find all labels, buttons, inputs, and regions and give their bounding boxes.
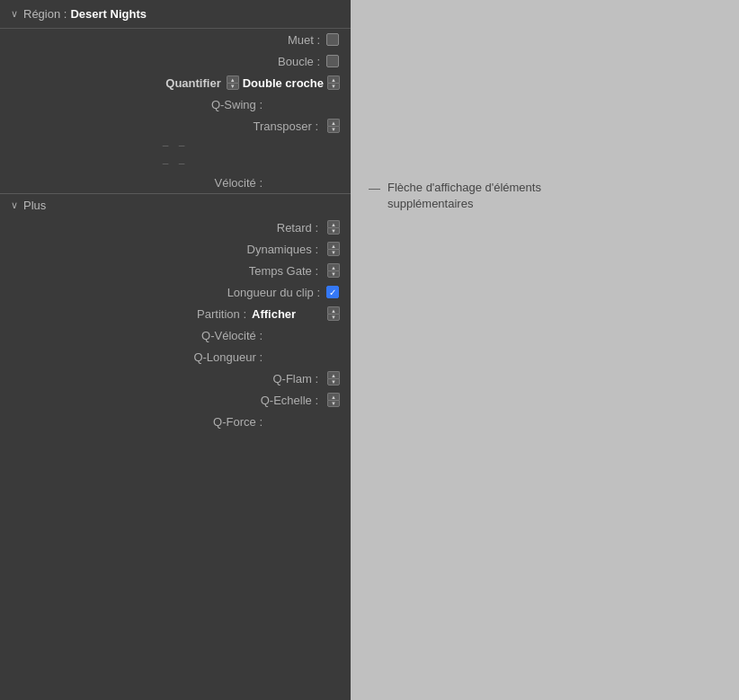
qforce-label: Q-Force : bbox=[11, 415, 268, 429]
qlongueur-label: Q-Longueur : bbox=[11, 350, 268, 364]
retard-up-btn[interactable]: ▲ bbox=[327, 220, 340, 227]
quantifier-up-btn[interactable]: ▲ bbox=[227, 75, 239, 83]
partition-value: Afficher bbox=[252, 307, 324, 321]
qechelle-down-btn[interactable]: ▼ bbox=[327, 400, 340, 407]
separator-dots-1: – – bbox=[11, 139, 340, 152]
quantifier-value-up-btn[interactable]: ▲ bbox=[327, 75, 340, 83]
dynamiques-stepper[interactable]: ▲ ▼ bbox=[327, 242, 340, 256]
separator-row-1: – – bbox=[0, 137, 351, 155]
boucle-checkbox[interactable] bbox=[325, 54, 340, 68]
muet-label: Muet : bbox=[11, 33, 325, 47]
quantifier-row: Quantifier ▲ ▼ Double croche ▲ ▼ bbox=[0, 72, 351, 93]
plus-section-header[interactable]: ∨ Plus bbox=[0, 194, 351, 217]
boucle-checkbox-box[interactable] bbox=[326, 55, 339, 67]
qechelle-stepper[interactable]: ▲ ▼ bbox=[327, 393, 340, 407]
quantifier-down-btn[interactable]: ▼ bbox=[227, 83, 239, 90]
retard-down-btn[interactable]: ▼ bbox=[327, 227, 340, 235]
quantifier-value-down-btn[interactable]: ▼ bbox=[327, 83, 340, 90]
muet-checkbox-box[interactable] bbox=[326, 33, 339, 46]
temps-gate-up-btn[interactable]: ▲ bbox=[327, 263, 340, 270]
partition-label: Partition : bbox=[11, 307, 252, 321]
qflam-up-btn[interactable]: ▲ bbox=[327, 371, 340, 378]
qswing-label: Q-Swing : bbox=[11, 98, 268, 111]
boucle-label: Boucle : bbox=[11, 55, 325, 68]
temps-gate-label: Temps Gate : bbox=[11, 264, 324, 278]
quantifier-stepper[interactable]: ▲ ▼ bbox=[227, 75, 239, 90]
region-collapse-icon[interactable]: ∨ bbox=[11, 8, 18, 20]
transposer-down-btn[interactable]: ▼ bbox=[327, 126, 340, 133]
dynamiques-down-btn[interactable]: ▼ bbox=[327, 249, 340, 256]
plus-label: Plus bbox=[23, 199, 46, 212]
qflam-down-btn[interactable]: ▼ bbox=[327, 378, 340, 385]
transposer-row: Transposer : ▲ ▼ bbox=[0, 115, 351, 137]
qswing-row: Q-Swing : bbox=[0, 93, 351, 115]
dynamiques-row: Dynamiques : ▲ ▼ bbox=[0, 238, 351, 260]
partition-value-wrap: Afficher ▲ ▼ bbox=[252, 306, 340, 321]
qvelocite-row: Q-Vélocité : bbox=[0, 324, 351, 346]
quantifier-value-stepper[interactable]: ▲ ▼ bbox=[327, 75, 340, 90]
temps-gate-down-btn[interactable]: ▼ bbox=[327, 270, 340, 278]
quantifier-value: Double croche bbox=[243, 76, 324, 90]
region-name-label: Desert Nights bbox=[70, 7, 147, 21]
qforce-row: Q-Force : bbox=[0, 411, 351, 432]
plus-chevron-icon[interactable]: ∨ bbox=[11, 199, 18, 211]
temps-gate-stepper[interactable]: ▲ ▼ bbox=[327, 263, 340, 278]
qechelle-label: Q-Echelle : bbox=[11, 394, 324, 407]
region-prefix-label: Région : bbox=[23, 7, 67, 21]
qflam-row: Q-Flam : ▲ ▼ bbox=[0, 368, 351, 389]
annotation-line: — Flèche d'affichage d'éléments suppléme… bbox=[369, 180, 567, 212]
velocite-label: Vélocité : bbox=[11, 176, 268, 190]
transposer-label: Transposer : bbox=[11, 120, 324, 133]
partition-stepper[interactable]: ▲ ▼ bbox=[327, 306, 340, 321]
retard-label: Retard : bbox=[11, 221, 324, 235]
qflam-label: Q-Flam : bbox=[11, 372, 324, 385]
qlongueur-row: Q-Longueur : bbox=[0, 346, 351, 368]
longueur-clip-checkbox-box[interactable]: ✓ bbox=[326, 286, 339, 298]
qechelle-row: Q-Echelle : ▲ ▼ bbox=[0, 389, 351, 411]
temps-gate-row: Temps Gate : ▲ ▼ bbox=[0, 260, 351, 281]
quantifier-value-wrap: Double croche ▲ ▼ bbox=[243, 75, 340, 90]
retard-row: Retard : ▲ ▼ bbox=[0, 217, 351, 238]
quantifier-label: Quantifier bbox=[11, 76, 227, 90]
retard-stepper[interactable]: ▲ ▼ bbox=[327, 220, 340, 235]
velocite-row: Vélocité : bbox=[0, 173, 351, 194]
longueur-clip-checkbox[interactable]: ✓ bbox=[325, 285, 340, 299]
partition-row: Partition : Afficher ▲ ▼ bbox=[0, 303, 351, 324]
qflam-stepper[interactable]: ▲ ▼ bbox=[327, 371, 340, 385]
dynamiques-up-btn[interactable]: ▲ bbox=[327, 242, 340, 249]
longueur-clip-row: Longueur du clip : ✓ bbox=[0, 281, 351, 303]
separator-dots-2: – – bbox=[11, 157, 340, 170]
longueur-clip-label: Longueur du clip : bbox=[11, 286, 325, 299]
boucle-row: Boucle : bbox=[0, 50, 351, 72]
separator-row-2: – – bbox=[0, 155, 351, 173]
partition-up-btn[interactable]: ▲ bbox=[327, 306, 340, 314]
transposer-up-btn[interactable]: ▲ bbox=[327, 119, 340, 126]
qechelle-up-btn[interactable]: ▲ bbox=[327, 393, 340, 400]
muet-checkbox[interactable] bbox=[325, 32, 340, 47]
annotation-area: — Flèche d'affichage d'éléments suppléme… bbox=[351, 0, 739, 230]
inspector-panel: ∨ Région : Desert Nights Muet : Boucle :… bbox=[0, 0, 351, 700]
qvelocite-label: Q-Vélocité : bbox=[11, 329, 268, 342]
muet-row: Muet : bbox=[0, 29, 351, 50]
region-header[interactable]: ∨ Région : Desert Nights bbox=[0, 0, 351, 29]
annotation-text: Flèche d'affichage d'éléments supplément… bbox=[387, 180, 567, 212]
annotation-dash: — bbox=[369, 182, 380, 195]
transposer-stepper[interactable]: ▲ ▼ bbox=[327, 119, 340, 133]
partition-down-btn[interactable]: ▼ bbox=[327, 314, 340, 321]
dynamiques-label: Dynamiques : bbox=[11, 243, 324, 256]
